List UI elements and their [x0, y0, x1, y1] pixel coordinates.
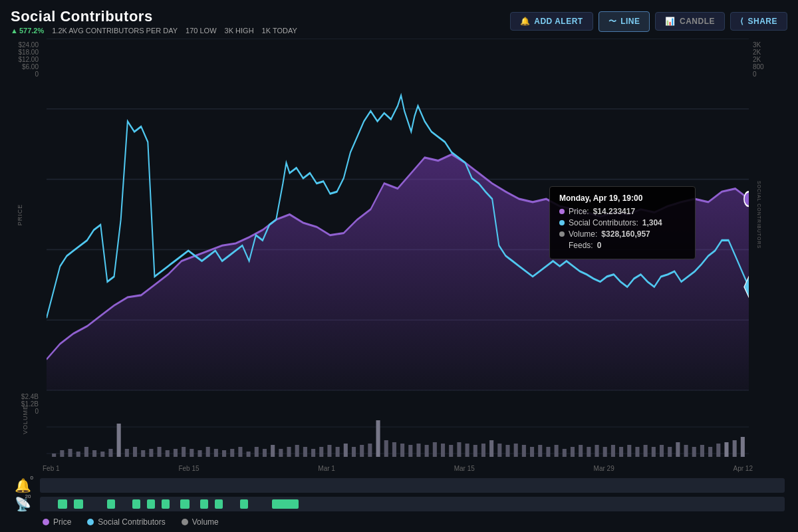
svg-rect-77 [603, 447, 607, 457]
svg-rect-36 [271, 445, 275, 457]
svg-rect-62 [481, 444, 485, 457]
chart-plot-area[interactable]: Monday, Apr 19, 19:00 Price: $14.233417 … [47, 39, 749, 390]
svg-rect-33 [247, 452, 251, 457]
stat-low: 170 LOW [186, 27, 216, 35]
svg-rect-46 [352, 447, 356, 457]
y-axis-right: 3K 2K 2K 800 0 [749, 39, 783, 80]
svg-rect-29 [214, 449, 218, 457]
svg-rect-20 [141, 450, 145, 457]
feed-block-1 [58, 499, 67, 509]
svg-rect-75 [587, 447, 591, 457]
y-label-1: $18.00 [18, 49, 39, 56]
feed-block-4 [132, 499, 140, 509]
feed-block-11 [272, 499, 299, 509]
x-label-feb15: Feb 15 [178, 465, 199, 472]
share-button[interactable]: ⟨ SHARE [730, 12, 787, 31]
svg-rect-92 [724, 442, 728, 457]
svg-rect-83 [652, 447, 656, 457]
svg-rect-41 [311, 449, 315, 457]
svg-rect-65 [505, 445, 509, 457]
svg-rect-26 [190, 449, 194, 457]
svg-rect-23 [166, 450, 170, 457]
svg-rect-94 [741, 437, 745, 457]
svg-rect-45 [344, 444, 348, 457]
candle-icon: 📊 [665, 17, 676, 26]
feeds-badge: 20 [25, 493, 31, 499]
header: Social Contributors ▲ 577.2% 1.2K AVG CO… [11, 8, 787, 35]
add-alert-button[interactable]: 🔔 ADD ALERT [510, 12, 593, 31]
line-button[interactable]: 〜 LINE [598, 11, 650, 32]
svg-rect-15 [100, 452, 104, 457]
svg-rect-88 [692, 447, 696, 457]
candle-button[interactable]: 📊 CANDLE [655, 12, 725, 31]
svg-rect-64 [497, 444, 501, 457]
feed-block-2 [74, 499, 83, 509]
vol-y-label-0: $2.4B [21, 393, 39, 400]
svg-rect-58 [449, 445, 453, 457]
svg-rect-63 [489, 440, 493, 457]
svg-rect-68 [530, 447, 534, 457]
svg-rect-19 [133, 447, 137, 457]
svg-rect-78 [611, 445, 615, 457]
svg-rect-10 [60, 450, 64, 457]
x-label-mar1: Mar 1 [318, 465, 335, 472]
legend-contributors: Social Contributors [87, 517, 165, 527]
svg-rect-74 [579, 445, 583, 457]
tooltip-contributors-dot [559, 220, 565, 225]
tooltip-price-row: Price: $14.233417 [559, 207, 686, 216]
y-right-label-0: 3K [753, 41, 761, 49]
page-title: Social Contributors [11, 8, 297, 25]
line-chart-icon: 〜 [608, 16, 617, 27]
chart-tooltip: Monday, Apr 19, 19:00 Price: $14.233417 … [549, 186, 696, 259]
volume-chart-svg [47, 390, 749, 464]
share-icon: ⟨ [740, 17, 744, 26]
feeds-track[interactable] [40, 497, 785, 511]
svg-rect-34 [255, 447, 259, 457]
svg-rect-22 [158, 447, 162, 457]
svg-rect-12 [76, 452, 80, 457]
volume-chart: $2.4B $1.2B 0 VOLUME [11, 390, 787, 464]
svg-rect-86 [676, 442, 680, 457]
y-right-label-3: 800 [753, 63, 764, 70]
tooltip-feeds-row: Feeds: 0 [559, 241, 686, 250]
x-label-apr12: Apr 12 [733, 465, 753, 472]
contributors-axis-label: SOCIAL CONTRIBUTORS [756, 180, 761, 248]
wifi-icon-wrap: 20 📡 [11, 496, 35, 512]
arrow-up-icon: ▲ [11, 27, 18, 35]
svg-rect-60 [466, 444, 469, 457]
svg-rect-32 [238, 447, 242, 457]
svg-rect-82 [644, 445, 648, 457]
stat-avg: 1.2K AVG CONTRIBUTORS PER DAY [52, 27, 178, 35]
svg-rect-40 [303, 447, 307, 457]
alert-badge: 0 [31, 475, 33, 481]
stats-row: ▲ 577.2% 1.2K AVG CONTRIBUTORS PER DAY 1… [11, 27, 297, 35]
y-right-label-1: 2K [753, 49, 761, 56]
feeds-bar-section: 20 📡 [11, 496, 787, 512]
svg-rect-71 [555, 445, 559, 457]
alert-track[interactable] [40, 478, 785, 493]
feed-block-7 [180, 499, 190, 509]
svg-rect-52 [400, 444, 404, 457]
svg-rect-17 [117, 424, 121, 457]
svg-rect-14 [92, 450, 96, 457]
bell-icon: 🔔 [520, 17, 531, 26]
svg-rect-50 [384, 440, 388, 457]
svg-rect-80 [627, 445, 631, 457]
bell-icon-wrap: 0 🔔 [11, 477, 35, 493]
header-buttons: 🔔 ADD ALERT 〜 LINE 📊 CANDLE ⟨ SHARE [510, 11, 787, 32]
legend-contributors-dot [87, 519, 94, 525]
feed-block-9 [215, 499, 223, 509]
tooltip-volume-dot [559, 231, 565, 237]
svg-rect-48 [368, 444, 372, 457]
bell-alert-icon[interactable]: 🔔 [15, 477, 31, 493]
chart-legend: Price Social Contributors Volume [11, 517, 787, 527]
svg-rect-47 [360, 445, 364, 457]
svg-rect-43 [327, 445, 331, 457]
vol-y-label-2: 0 [35, 408, 39, 415]
price-axis-label: PRICE [17, 203, 23, 225]
legend-volume-dot [182, 519, 188, 525]
svg-rect-76 [595, 445, 598, 457]
svg-rect-54 [416, 444, 420, 457]
volume-axis-label: VOLUME [22, 405, 29, 434]
svg-rect-53 [408, 445, 412, 457]
